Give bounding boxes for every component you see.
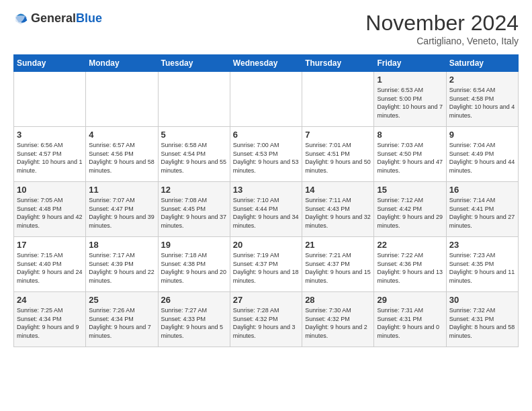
- logo-blue: Blue: [76, 11, 102, 25]
- day-info: Sunrise: 7:19 AM Sunset: 4:37 PM Dayligh…: [233, 251, 299, 285]
- day-info: Sunrise: 7:12 AM Sunset: 4:42 PM Dayligh…: [377, 196, 443, 230]
- day-info: Sunrise: 7:32 AM Sunset: 4:31 PM Dayligh…: [449, 306, 515, 340]
- month-title: November 2024: [365, 11, 519, 36]
- calendar-cell-w5-d5: 28Sunrise: 7:30 AM Sunset: 4:32 PM Dayli…: [302, 292, 374, 347]
- day-number: 17: [17, 240, 83, 250]
- calendar-cell-w4-d4: 20Sunrise: 7:19 AM Sunset: 4:37 PM Dayli…: [230, 237, 302, 292]
- day-info: Sunrise: 7:22 AM Sunset: 4:36 PM Dayligh…: [377, 251, 443, 285]
- calendar-cell-w5-d2: 25Sunrise: 7:26 AM Sunset: 4:34 PM Dayli…: [86, 292, 158, 347]
- calendar-cell-w1-d1: [14, 72, 86, 127]
- week-row-1: 1Sunrise: 6:53 AM Sunset: 5:00 PM Daylig…: [14, 72, 519, 127]
- day-info: Sunrise: 7:31 AM Sunset: 4:31 PM Dayligh…: [377, 306, 443, 340]
- page-header: GeneralBlue November 2024 Cartigliano, V…: [13, 11, 519, 46]
- calendar-table: Sunday Monday Tuesday Wednesday Thursday…: [13, 54, 519, 347]
- day-number: 22: [377, 240, 443, 250]
- day-number: 8: [377, 130, 443, 140]
- day-info: Sunrise: 6:57 AM Sunset: 4:56 PM Dayligh…: [89, 141, 154, 175]
- calendar-cell-w2-d4: 6Sunrise: 7:00 AM Sunset: 4:53 PM Daylig…: [230, 127, 302, 182]
- day-number: 2: [449, 75, 515, 85]
- header-wednesday: Wednesday: [230, 55, 302, 72]
- day-number: 4: [89, 130, 154, 140]
- day-info: Sunrise: 7:03 AM Sunset: 4:50 PM Dayligh…: [377, 141, 443, 175]
- day-info: Sunrise: 7:21 AM Sunset: 4:37 PM Dayligh…: [305, 251, 371, 285]
- day-info: Sunrise: 6:56 AM Sunset: 4:57 PM Dayligh…: [17, 141, 83, 175]
- day-number: 11: [89, 185, 154, 195]
- calendar-cell-w1-d6: 1Sunrise: 6:53 AM Sunset: 5:00 PM Daylig…: [374, 72, 446, 127]
- header-tuesday: Tuesday: [158, 55, 230, 72]
- day-info: Sunrise: 7:07 AM Sunset: 4:47 PM Dayligh…: [89, 196, 154, 230]
- day-number: 21: [305, 240, 371, 250]
- header-sunday: Sunday: [14, 55, 86, 72]
- day-number: 20: [233, 240, 299, 250]
- day-number: 13: [233, 185, 299, 195]
- day-info: Sunrise: 7:28 AM Sunset: 4:32 PM Dayligh…: [233, 306, 299, 340]
- calendar-cell-w5-d1: 24Sunrise: 7:25 AM Sunset: 4:34 PM Dayli…: [14, 292, 86, 347]
- day-number: 28: [305, 295, 371, 305]
- header-monday: Monday: [86, 55, 158, 72]
- day-info: Sunrise: 7:14 AM Sunset: 4:41 PM Dayligh…: [449, 196, 515, 230]
- calendar-cell-w2-d3: 5Sunrise: 6:58 AM Sunset: 4:54 PM Daylig…: [158, 127, 230, 182]
- day-info: Sunrise: 6:58 AM Sunset: 4:54 PM Dayligh…: [161, 141, 227, 175]
- calendar-cell-w3-d4: 13Sunrise: 7:10 AM Sunset: 4:44 PM Dayli…: [230, 182, 302, 237]
- calendar-cell-w2-d1: 3Sunrise: 6:56 AM Sunset: 4:57 PM Daylig…: [14, 127, 86, 182]
- logo-text: GeneralBlue: [31, 11, 102, 26]
- calendar-cell-w1-d3: [158, 72, 230, 127]
- week-row-5: 24Sunrise: 7:25 AM Sunset: 4:34 PM Dayli…: [14, 292, 519, 347]
- week-row-3: 10Sunrise: 7:05 AM Sunset: 4:48 PM Dayli…: [14, 182, 519, 237]
- calendar-cell-w3-d1: 10Sunrise: 7:05 AM Sunset: 4:48 PM Dayli…: [14, 182, 86, 237]
- day-number: 9: [449, 130, 515, 140]
- week-row-2: 3Sunrise: 6:56 AM Sunset: 4:57 PM Daylig…: [14, 127, 519, 182]
- day-info: Sunrise: 7:25 AM Sunset: 4:34 PM Dayligh…: [17, 306, 83, 340]
- day-number: 23: [449, 240, 515, 250]
- day-info: Sunrise: 7:30 AM Sunset: 4:32 PM Dayligh…: [305, 306, 371, 340]
- day-number: 30: [449, 295, 515, 305]
- day-info: Sunrise: 7:10 AM Sunset: 4:44 PM Dayligh…: [233, 196, 299, 230]
- logo-general: General: [31, 11, 76, 25]
- day-number: 5: [161, 130, 227, 140]
- day-number: 16: [449, 185, 515, 195]
- week-row-4: 17Sunrise: 7:15 AM Sunset: 4:40 PM Dayli…: [14, 237, 519, 292]
- day-info: Sunrise: 7:17 AM Sunset: 4:39 PM Dayligh…: [89, 251, 154, 285]
- calendar-cell-w4-d5: 21Sunrise: 7:21 AM Sunset: 4:37 PM Dayli…: [302, 237, 374, 292]
- day-info: Sunrise: 7:27 AM Sunset: 4:33 PM Dayligh…: [161, 306, 227, 340]
- calendar-cell-w1-d4: [230, 72, 302, 127]
- day-info: Sunrise: 6:53 AM Sunset: 5:00 PM Dayligh…: [377, 86, 443, 120]
- day-number: 27: [233, 295, 299, 305]
- calendar-cell-w5-d4: 27Sunrise: 7:28 AM Sunset: 4:32 PM Dayli…: [230, 292, 302, 347]
- day-number: 24: [17, 295, 83, 305]
- day-number: 12: [161, 185, 227, 195]
- calendar-cell-w5-d3: 26Sunrise: 7:27 AM Sunset: 4:33 PM Dayli…: [158, 292, 230, 347]
- day-number: 15: [377, 185, 443, 195]
- calendar-cell-w4-d3: 19Sunrise: 7:18 AM Sunset: 4:38 PM Dayli…: [158, 237, 230, 292]
- day-number: 19: [161, 240, 227, 250]
- day-info: Sunrise: 7:05 AM Sunset: 4:48 PM Dayligh…: [17, 196, 83, 230]
- calendar-cell-w4-d6: 22Sunrise: 7:22 AM Sunset: 4:36 PM Dayli…: [374, 237, 446, 292]
- header-friday: Friday: [374, 55, 446, 72]
- header-saturday: Saturday: [446, 55, 518, 72]
- calendar-cell-w3-d7: 16Sunrise: 7:14 AM Sunset: 4:41 PM Dayli…: [446, 182, 518, 237]
- logo: GeneralBlue: [13, 11, 102, 26]
- day-number: 29: [377, 295, 443, 305]
- calendar-cell-w3-d2: 11Sunrise: 7:07 AM Sunset: 4:47 PM Dayli…: [86, 182, 158, 237]
- calendar-header-row: Sunday Monday Tuesday Wednesday Thursday…: [14, 55, 519, 72]
- day-info: Sunrise: 7:08 AM Sunset: 4:45 PM Dayligh…: [161, 196, 227, 230]
- day-info: Sunrise: 7:23 AM Sunset: 4:35 PM Dayligh…: [449, 251, 515, 285]
- day-number: 18: [89, 240, 154, 250]
- day-info: Sunrise: 7:11 AM Sunset: 4:43 PM Dayligh…: [305, 196, 371, 230]
- location-subtitle: Cartigliano, Veneto, Italy: [365, 36, 519, 46]
- calendar-cell-w2-d5: 7Sunrise: 7:01 AM Sunset: 4:51 PM Daylig…: [302, 127, 374, 182]
- calendar-cell-w2-d7: 9Sunrise: 7:04 AM Sunset: 4:49 PM Daylig…: [446, 127, 518, 182]
- day-info: Sunrise: 7:01 AM Sunset: 4:51 PM Dayligh…: [305, 141, 371, 175]
- day-info: Sunrise: 7:15 AM Sunset: 4:40 PM Dayligh…: [17, 251, 83, 285]
- calendar-cell-w3-d5: 14Sunrise: 7:11 AM Sunset: 4:43 PM Dayli…: [302, 182, 374, 237]
- day-number: 6: [233, 130, 299, 140]
- calendar-cell-w5-d6: 29Sunrise: 7:31 AM Sunset: 4:31 PM Dayli…: [374, 292, 446, 347]
- calendar-cell-w1-d7: 2Sunrise: 6:54 AM Sunset: 4:58 PM Daylig…: [446, 72, 518, 127]
- day-number: 26: [161, 295, 227, 305]
- day-info: Sunrise: 7:04 AM Sunset: 4:49 PM Dayligh…: [449, 141, 515, 175]
- title-block: November 2024 Cartigliano, Veneto, Italy: [365, 11, 519, 46]
- day-info: Sunrise: 6:54 AM Sunset: 4:58 PM Dayligh…: [449, 86, 515, 120]
- calendar-cell-w1-d2: [86, 72, 158, 127]
- day-info: Sunrise: 7:18 AM Sunset: 4:38 PM Dayligh…: [161, 251, 227, 285]
- calendar-cell-w3-d3: 12Sunrise: 7:08 AM Sunset: 4:45 PM Dayli…: [158, 182, 230, 237]
